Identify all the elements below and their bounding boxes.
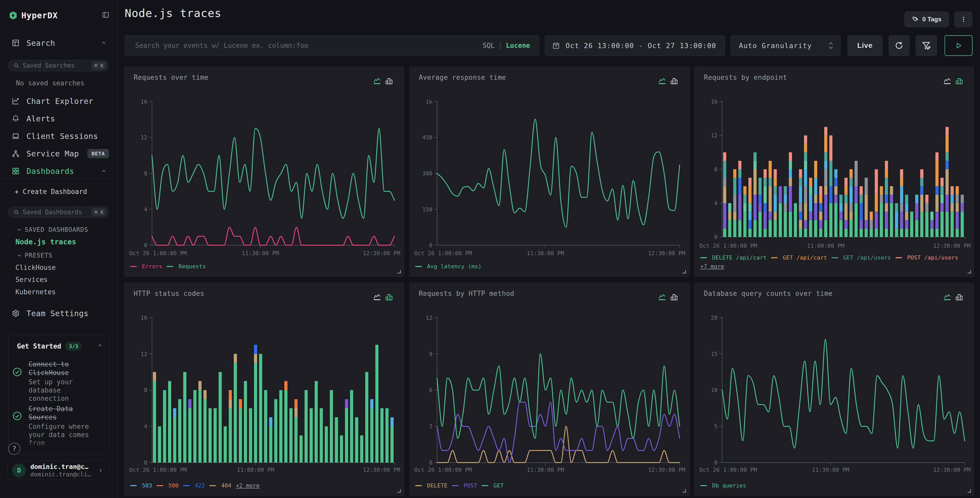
legend-marker	[130, 266, 137, 267]
legend-marker	[831, 257, 838, 258]
legend-item[interactable]: 422	[183, 482, 205, 490]
event-search-input[interactable]: Search your events w/ Lucene ex. column:…	[125, 35, 539, 56]
saved-searches-input[interactable]: Saved Searches ⌘ K	[8, 60, 109, 71]
play-button[interactable]	[945, 35, 972, 56]
legend-item[interactable]: DELETE /api/cart	[700, 254, 767, 262]
no-saved-searches-note: No saved searches	[16, 79, 84, 87]
resize-handle[interactable]	[398, 270, 401, 273]
live-button[interactable]: Live	[848, 35, 882, 56]
chart-legend: DELETE /api/cartGET /api/cartGET /api/us…	[700, 254, 969, 270]
svg-text:12: 12	[141, 351, 147, 357]
brand[interactable]: HyperDX	[8, 11, 58, 20]
refresh-button[interactable]	[889, 35, 909, 56]
kbd-shortcut: ⌘ K	[92, 61, 106, 70]
legend-marker	[209, 485, 216, 486]
get-started-title: Get Started	[17, 342, 61, 350]
resize-handle[interactable]	[682, 270, 686, 273]
bell-icon	[12, 115, 19, 123]
legend-item[interactable]: DELETE	[415, 482, 447, 490]
dashboard-grid: Requests over time0481216Oct 26 1:00:00 …	[124, 67, 974, 496]
chart-canvas: 036912Oct 26 1:00:00 PM11:30:00 PM12:30:…	[409, 283, 689, 496]
legend-item[interactable]: GET /api/cart	[771, 254, 827, 262]
resize-handle[interactable]	[968, 489, 971, 493]
svg-text:11:30:00 PM: 11:30:00 PM	[242, 250, 279, 257]
section-label: PRESETS	[25, 252, 52, 259]
svg-text:0: 0	[144, 242, 147, 249]
chart-legend: Db queries	[700, 482, 969, 490]
sidebar-item-service-map[interactable]: Service Map BETA	[0, 146, 118, 161]
legend-item[interactable]: GET /api/users	[831, 254, 891, 262]
svg-text:1k: 1k	[426, 99, 433, 105]
legend-more-link[interactable]: +7 more	[700, 263, 724, 270]
legend-item[interactable]: 503	[130, 482, 152, 490]
resize-handle[interactable]	[682, 489, 686, 493]
get-started-panel: Get Started 3/3 Connect toClickHouse Set…	[8, 335, 110, 454]
svg-text:11:30:00 PM: 11:30:00 PM	[527, 467, 564, 473]
legend-item[interactable]: Avg latency (ms)	[415, 263, 482, 270]
legend-item[interactable]: POST /api/users	[896, 254, 958, 262]
chevron-up-icon	[101, 169, 106, 174]
legend-item[interactable]: 500	[157, 482, 179, 490]
legend-label: 404	[221, 482, 231, 490]
chart-canvas: 0481216Oct 26 1:00:00 PM11:30:00 PM12:30…	[124, 67, 404, 276]
sidebar-item-search[interactable]: Search	[0, 36, 118, 50]
gear-icon	[12, 310, 19, 317]
legend-more-link[interactable]: +2 more	[236, 482, 260, 490]
svg-text:16: 16	[711, 99, 718, 105]
legend-label: POST /api/users	[907, 254, 958, 262]
preset-clickhouse[interactable]: ClickHouse	[16, 264, 56, 271]
legend-marker	[130, 485, 137, 486]
legend-item[interactable]: GET	[482, 482, 504, 490]
resize-handle[interactable]	[968, 270, 971, 273]
toolbar: Search your events w/ Lucene ex. column:…	[125, 35, 972, 56]
tags-button[interactable]: 0 Tags	[905, 11, 949, 27]
svg-text:8: 8	[144, 170, 147, 177]
calendar-icon	[552, 42, 560, 49]
chart-legend: ErrorsRequests	[130, 263, 398, 270]
lucene-toggle[interactable]: Lucene	[506, 42, 530, 49]
saved-dashboards-input[interactable]: Saved Dashboards ⌘ K	[8, 207, 109, 218]
sidebar-item-client-sessions[interactable]: Client Sessions	[0, 129, 118, 143]
resize-handle[interactable]	[398, 489, 401, 493]
saved-dashboards-section[interactable]: SAVED DASHBOARDS	[17, 226, 88, 233]
chevron-right-icon	[98, 468, 103, 473]
chart-legend: 503500422404+2 more	[130, 482, 398, 490]
granularity-select[interactable]: Auto Granularity	[730, 35, 841, 56]
search-icon	[14, 209, 19, 215]
sidebar-item-chart-explorer[interactable]: Chart Explorer	[0, 94, 118, 108]
divider	[0, 179, 118, 179]
legend-label: Db queries	[712, 482, 746, 490]
chevron-up-icon[interactable]	[97, 343, 103, 348]
presets-section[interactable]: PRESETS	[17, 252, 52, 259]
svg-text:11:30:00 PM: 11:30:00 PM	[527, 250, 564, 257]
legend-item[interactable]: Db queries	[700, 482, 746, 490]
svg-text:0: 0	[429, 242, 433, 249]
tags-button-label: 0 Tags	[923, 16, 942, 23]
search-icon	[14, 63, 19, 69]
legend-marker	[482, 485, 488, 486]
sidebar-item-alerts[interactable]: Alerts	[0, 112, 118, 126]
sql-toggle[interactable]: SQL	[482, 42, 495, 49]
more-options-button[interactable]	[955, 11, 972, 27]
legend-item[interactable]: Errors	[130, 263, 162, 270]
sidebar-item-label: Team Settings	[27, 309, 88, 318]
saved-dashboard-nodejs-traces[interactable]: Node.js traces	[16, 238, 76, 246]
legend-item[interactable]: 404	[209, 482, 231, 490]
svg-text:6: 6	[429, 387, 433, 393]
filter-button[interactable]	[916, 35, 937, 56]
page-title: Node.js traces	[125, 7, 221, 19]
legend-item[interactable]: Requests	[167, 263, 206, 270]
help-button[interactable]: ?	[8, 443, 20, 455]
time-range-picker[interactable]: Oct 26 13:00:00 - Oct 27 13:00:00	[545, 35, 725, 56]
sidebar-item-dashboards[interactable]: Dashboards	[0, 164, 118, 178]
sidebar-item-team-settings[interactable]: Team Settings	[0, 306, 118, 321]
sidebar-collapse-icon[interactable]	[102, 11, 109, 19]
svg-text:12:30:00 PM: 12:30:00 PM	[363, 250, 400, 257]
preset-services[interactable]: Services	[16, 276, 48, 284]
get-started-item-subtitle: Set up yourdatabaseconnection	[29, 378, 73, 402]
legend-marker	[415, 485, 422, 486]
legend-item[interactable]: POST	[452, 482, 477, 490]
create-dashboard-button[interactable]: + Create Dashboard	[15, 188, 87, 195]
preset-kubernetes[interactable]: Kubernetes	[16, 288, 56, 296]
user-menu[interactable]: D dominic.tran@c… dominic.tran@cli…	[8, 461, 110, 480]
